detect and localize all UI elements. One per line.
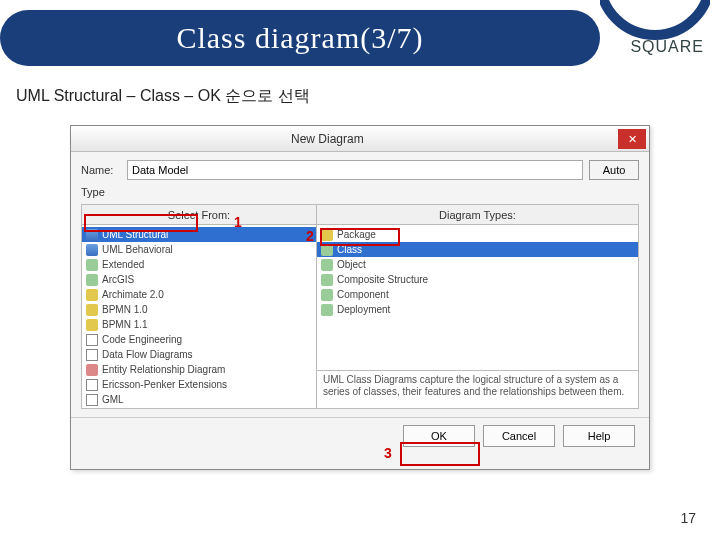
diagram-types-list[interactable]: Package Class Object Composite Structure… xyxy=(317,225,638,370)
ok-button[interactable]: OK xyxy=(403,425,475,447)
new-diagram-dialog: New Diagram ✕ Name: Auto Type Select Fro… xyxy=(70,125,650,470)
slide-header: Class diagram(3/7) SQUARE xyxy=(0,0,720,78)
dialog-footer: OK Cancel Help xyxy=(71,417,649,453)
list-item: Class xyxy=(317,242,638,257)
select-from-list[interactable]: UML Structural UML Behavioral Extended A… xyxy=(82,225,316,408)
list-item: ArcGIS xyxy=(82,272,316,287)
list-item: Composite Structure xyxy=(317,272,638,287)
category-icon xyxy=(86,319,98,331)
cancel-button[interactable]: Cancel xyxy=(483,425,555,447)
dialog-titlebar: New Diagram ✕ xyxy=(71,126,649,152)
svg-point-0 xyxy=(600,0,710,35)
auto-button[interactable]: Auto xyxy=(589,160,639,180)
diagram-icon xyxy=(321,289,333,301)
callout-3-label: 3 xyxy=(384,445,392,461)
help-button[interactable]: Help xyxy=(563,425,635,447)
name-input[interactable] xyxy=(127,160,583,180)
list-item: Component xyxy=(317,287,638,302)
list-item: Ericsson-Penker Extensions xyxy=(82,377,316,392)
diagram-icon xyxy=(321,304,333,316)
list-item: Data Flow Diagrams xyxy=(82,347,316,362)
list-item: Mind Mapping xyxy=(82,407,316,408)
callout-1-label: 1 xyxy=(234,214,242,230)
category-icon xyxy=(86,364,98,376)
list-item: UML Behavioral xyxy=(82,242,316,257)
list-item: Entity Relationship Diagram xyxy=(82,362,316,377)
list-item: BPMN 1.0 xyxy=(82,302,316,317)
category-icon xyxy=(86,394,98,406)
dialog-body: Name: Auto Type Select From: UML Structu… xyxy=(71,152,649,417)
diagram-icon xyxy=(321,259,333,271)
uml-icon xyxy=(86,229,98,241)
slide-title: Class diagram(3/7) xyxy=(0,10,600,66)
category-icon xyxy=(86,379,98,391)
list-item: Object xyxy=(317,257,638,272)
category-icon xyxy=(86,259,98,271)
list-item: GML xyxy=(82,392,316,407)
diagram-icon xyxy=(321,244,333,256)
list-item: Deployment xyxy=(317,302,638,317)
category-icon xyxy=(86,304,98,316)
type-table: Select From: UML Structural UML Behavior… xyxy=(81,204,639,409)
category-icon xyxy=(86,349,98,361)
category-icon xyxy=(86,289,98,301)
list-item: UML Structural xyxy=(82,227,316,242)
slide-subtitle: UML Structural – Class – OK 순으로 선택 xyxy=(16,86,704,107)
list-item: Code Engineering xyxy=(82,332,316,347)
name-label: Name: xyxy=(81,164,121,176)
list-item: BPMN 1.1 xyxy=(82,317,316,332)
uml-icon xyxy=(86,244,98,256)
close-button[interactable]: ✕ xyxy=(618,129,646,149)
diagram-icon xyxy=(321,229,333,241)
diagram-description: UML Class Diagrams capture the logical s… xyxy=(317,370,638,408)
brand-label: SQUARE xyxy=(630,38,704,56)
category-icon xyxy=(86,274,98,286)
diagram-icon xyxy=(321,274,333,286)
dialog-title: New Diagram xyxy=(71,126,364,152)
callout-2-label: 2 xyxy=(306,228,314,244)
page-number: 17 xyxy=(680,510,696,526)
list-item: Package xyxy=(317,227,638,242)
diagram-types-header: Diagram Types: xyxy=(317,205,638,225)
list-item: Extended xyxy=(82,257,316,272)
list-item: Archimate 2.0 xyxy=(82,287,316,302)
category-icon xyxy=(86,334,98,346)
type-label: Type xyxy=(81,186,121,198)
select-from-header: Select From: xyxy=(82,205,316,225)
